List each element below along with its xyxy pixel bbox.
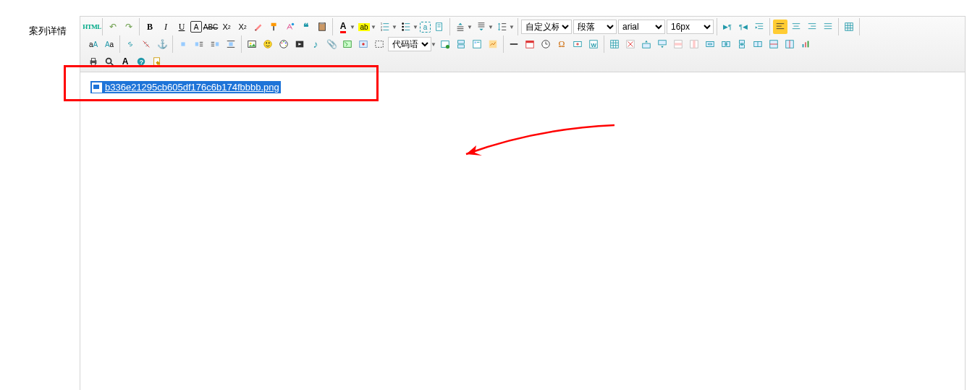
editor-panel: HTML ↶ ↷ B I U A ABC X2 X2 ❝ xyxy=(80,0,980,390)
insertframe-button[interactable] xyxy=(372,37,386,51)
fontborder-button[interactable]: A xyxy=(190,21,202,33)
selectall-button[interactable]: a xyxy=(420,22,431,33)
emotion-button[interactable] xyxy=(261,37,275,51)
background-button[interactable] xyxy=(486,37,500,51)
deletecol-button[interactable] xyxy=(687,37,701,51)
pagebreak-button[interactable] xyxy=(454,37,468,51)
rst-dropdown-icon[interactable]: ▼ xyxy=(467,24,473,30)
date-button[interactable] xyxy=(523,37,537,51)
blockquote-button[interactable]: ❝ xyxy=(299,20,313,34)
template-button[interactable] xyxy=(470,37,484,51)
link-button[interactable] xyxy=(123,37,138,51)
svg-rect-80 xyxy=(458,41,465,43)
splittocells-button[interactable] xyxy=(751,37,765,51)
unordered-list-button[interactable] xyxy=(399,20,413,34)
lh-dropdown-icon[interactable]: ▼ xyxy=(509,24,515,30)
scrawl-button[interactable] xyxy=(276,37,291,51)
backcolor-dropdown-icon[interactable]: ▼ xyxy=(371,24,377,30)
cleardoc-button[interactable] xyxy=(432,20,447,34)
superscript-button[interactable]: X2 xyxy=(219,20,234,34)
imagenone-button[interactable] xyxy=(176,37,190,51)
font-size-select[interactable]: 16px xyxy=(667,20,714,34)
wordimage-button[interactable]: W xyxy=(586,37,601,51)
rowspacing-bottom-button[interactable] xyxy=(474,20,489,34)
tolowercase-button[interactable]: Aa xyxy=(102,37,117,51)
code-language-select[interactable]: 代码语言 xyxy=(388,37,431,51)
formatmatch-button[interactable] xyxy=(267,20,282,34)
gmap-button[interactable] xyxy=(356,37,371,51)
inserttable-button[interactable] xyxy=(842,20,856,34)
custom-title-select[interactable]: 自定义标题 xyxy=(521,20,572,34)
underline-button[interactable]: U xyxy=(174,20,189,34)
bold-button[interactable]: B xyxy=(143,20,157,34)
backcolor-button[interactable]: ab xyxy=(357,20,371,34)
undo-button[interactable]: ↶ xyxy=(106,20,120,34)
italic-button[interactable]: I xyxy=(159,20,173,34)
ordered-list-button[interactable]: 123 xyxy=(378,20,392,34)
subscript-button[interactable]: X2 xyxy=(235,20,250,34)
print-button[interactable] xyxy=(86,54,101,69)
touppercase-button[interactable]: aA xyxy=(86,37,101,51)
insertvideo-button[interactable] xyxy=(292,37,307,51)
help-button[interactable]: ? xyxy=(134,54,148,69)
spechars-button[interactable]: Ω xyxy=(554,37,569,51)
ol-dropdown-icon[interactable]: ▼ xyxy=(392,24,398,30)
imagecenter-button[interactable] xyxy=(224,37,238,51)
searchreplace-button[interactable]: A xyxy=(118,54,132,69)
justify-full-button[interactable] xyxy=(821,20,835,34)
autotypeset-button[interactable] xyxy=(283,20,297,34)
indent-button[interactable] xyxy=(752,20,766,34)
horizontal-rule-button[interactable] xyxy=(507,37,521,51)
rowspacing-top-button[interactable] xyxy=(453,20,468,34)
svg-rect-107 xyxy=(675,43,683,46)
rsb-dropdown-icon[interactable]: ▼ xyxy=(488,24,494,30)
svg-rect-61 xyxy=(229,42,232,46)
time-button[interactable] xyxy=(538,37,553,51)
insertparagraphbefore-button[interactable] xyxy=(639,37,654,51)
drafts-button[interactable] xyxy=(150,54,164,69)
table-button[interactable] xyxy=(607,37,622,51)
justify-left-button[interactable] xyxy=(773,20,787,34)
svg-point-2 xyxy=(292,23,295,26)
attachment-button[interactable]: 📎 xyxy=(324,37,339,51)
paragraph-select[interactable]: 段落 xyxy=(573,20,617,34)
deletetable-button[interactable] xyxy=(623,37,638,51)
snapscreen-button[interactable] xyxy=(570,37,585,51)
charts-button[interactable] xyxy=(798,37,813,51)
inserted-image-link[interactable]: b336e21295cb605df176c6b174fbbbb.png xyxy=(90,81,281,93)
map-button[interactable] xyxy=(340,37,355,51)
svg-rect-82 xyxy=(473,41,481,48)
strikethrough-button[interactable]: ABC xyxy=(203,20,218,34)
code-dropdown-icon[interactable]: ▼ xyxy=(431,41,437,48)
justify-right-button[interactable] xyxy=(805,20,819,34)
splittorows-button[interactable] xyxy=(766,37,781,51)
unlink-button[interactable] xyxy=(139,37,153,51)
lineheight-button[interactable] xyxy=(495,20,510,34)
redo-button[interactable]: ↷ xyxy=(122,20,136,34)
mergecells-button[interactable] xyxy=(703,37,717,51)
forecolor-dropdown-icon[interactable]: ▼ xyxy=(350,24,356,30)
forecolor-button[interactable]: A xyxy=(336,20,350,34)
webapp-button[interactable] xyxy=(438,37,452,51)
justify-center-button[interactable] xyxy=(789,20,803,34)
imageleft-button[interactable] xyxy=(192,37,206,51)
imageright-button[interactable] xyxy=(208,37,222,51)
insertparagraphafter-button[interactable] xyxy=(655,37,669,51)
anchor-button[interactable]: ⚓ xyxy=(155,37,169,51)
music-button[interactable]: ♪ xyxy=(308,37,323,51)
editor-content-area[interactable]: b336e21295cb605df176c6b174fbbbb.png xyxy=(80,72,965,390)
ul-dropdown-icon[interactable]: ▼ xyxy=(413,24,419,30)
deleterow-button[interactable] xyxy=(671,37,685,51)
mergeright-button[interactable] xyxy=(719,37,733,51)
svg-point-65 xyxy=(264,41,272,48)
insertimage-button[interactable] xyxy=(245,37,259,51)
preview-button[interactable] xyxy=(102,54,117,69)
splittocols-button[interactable] xyxy=(782,37,797,51)
direction-rtl-button[interactable]: ¶◀ xyxy=(736,20,751,34)
source-html-button[interactable]: HTML xyxy=(85,20,99,34)
mergedown-button[interactable] xyxy=(735,37,749,51)
font-family-select[interactable]: arial xyxy=(618,20,665,34)
removeformat-button[interactable] xyxy=(251,20,266,34)
pasteplain-button[interactable] xyxy=(315,20,329,34)
direction-ltr-button[interactable]: ▶¶ xyxy=(720,20,735,34)
